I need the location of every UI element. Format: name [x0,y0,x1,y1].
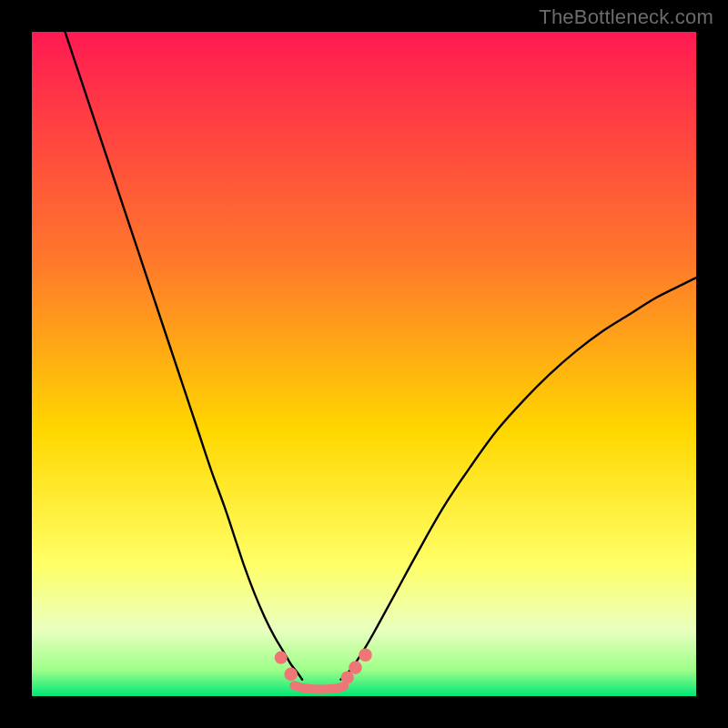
pink-dot [359,648,372,662]
chart-background [32,32,696,696]
watermark-text: TheBottleneck.com [539,5,713,29]
bottleneck-chart [32,32,696,696]
series-bottom-pink [294,685,344,689]
pink-dot [284,668,298,682]
pink-dot [349,661,362,674]
pink-dot [275,652,288,664]
